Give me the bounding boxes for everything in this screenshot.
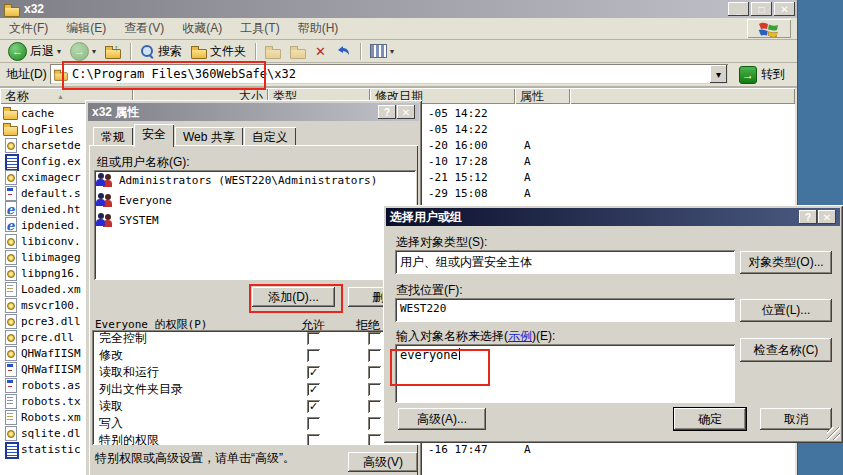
menu-edit[interactable]: 编辑(E): [57, 18, 115, 39]
users-icon: [96, 173, 114, 187]
undo-button[interactable]: [332, 43, 354, 59]
file-name[interactable]: libpng16.: [21, 267, 81, 280]
views-button[interactable]: ▾: [367, 43, 397, 59]
deny-checkbox[interactable]: [368, 383, 381, 396]
deny-checkbox[interactable]: [368, 434, 381, 445]
ok-button[interactable]: 确定: [674, 408, 746, 430]
address-input[interactable]: C:\Program Files\360WebSafe\x32 ▾: [50, 64, 728, 84]
object-names-value[interactable]: everyone: [400, 348, 458, 362]
menu-view[interactable]: 查看(V): [115, 18, 173, 39]
toolbar-separator: [360, 43, 361, 60]
menu-tools[interactable]: 工具(T): [231, 18, 288, 39]
text-caret: [459, 348, 460, 360]
close-button[interactable]: ✕: [774, 2, 795, 16]
examples-link[interactable]: 示例: [508, 329, 532, 343]
column-header-attr[interactable]: 属性: [515, 88, 570, 104]
group-user-name: Everyone: [119, 194, 172, 207]
advanced-button[interactable]: 高级(A)...: [398, 408, 486, 430]
address-dropdown-button[interactable]: ▾: [710, 65, 727, 83]
file-name[interactable]: charsetde: [21, 139, 81, 152]
deny-checkbox[interactable]: [368, 332, 381, 345]
file-name[interactable]: libimageg: [21, 251, 81, 264]
copy-to-button[interactable]: [287, 44, 309, 59]
group-user-item[interactable]: Administrators (WEST220\Administrators): [94, 170, 416, 190]
help-button[interactable]: ?: [378, 105, 396, 119]
search-button[interactable]: 搜索: [137, 42, 185, 61]
allow-checkbox[interactable]: ✓: [307, 383, 320, 396]
resize-grip-icon[interactable]: [827, 427, 840, 440]
file-name[interactable]: LogFiles: [21, 123, 74, 136]
dll-file-icon: [3, 298, 18, 312]
minimize-button[interactable]: _: [728, 2, 749, 16]
file-name[interactable]: Robots.xm: [21, 411, 81, 424]
delete-button[interactable]: ✕: [312, 44, 329, 59]
menu-help[interactable]: 帮助(H): [289, 18, 348, 39]
file-name[interactable]: ipdenied.: [21, 219, 81, 232]
tab-general[interactable]: 常规: [93, 127, 133, 146]
config-file-icon: [3, 154, 18, 168]
locations-button[interactable]: 位置(L)...: [740, 299, 832, 322]
address-label: 地址(D): [6, 66, 47, 83]
add-button[interactable]: 添加(D)...: [252, 287, 335, 307]
back-dropdown-icon[interactable]: ▾: [57, 47, 61, 56]
go-button[interactable]: → 转到: [737, 65, 795, 84]
allow-checkbox[interactable]: [307, 349, 320, 362]
advanced-button[interactable]: 高级(V): [348, 452, 418, 472]
deny-checkbox[interactable]: [368, 417, 381, 430]
file-name[interactable]: robots.tx: [21, 395, 81, 408]
group-user-item[interactable]: SYSTEM: [94, 210, 416, 230]
forward-button[interactable]: → ▾: [67, 41, 99, 62]
file-name[interactable]: cache: [21, 107, 54, 120]
close-button[interactable]: ✕: [818, 210, 836, 224]
allow-checkbox[interactable]: ✓: [307, 400, 320, 413]
file-name[interactable]: QHWafIISM: [21, 363, 81, 376]
deny-checkbox[interactable]: [368, 366, 381, 379]
deny-checkbox[interactable]: [368, 400, 381, 413]
cancel-button[interactable]: 取消: [760, 408, 832, 430]
window-titlebar: x32 _ □ ✕: [0, 0, 797, 18]
file-name[interactable]: pcre3.dll: [21, 315, 81, 328]
permissions-list[interactable]: 完全控制修改读取和运行✓列出文件夹目录✓读取✓写入特别的权限: [92, 330, 420, 445]
menu-favorites[interactable]: 收藏(A): [173, 18, 231, 39]
allow-checkbox[interactable]: [307, 332, 320, 345]
folders-button[interactable]: 文件夹: [188, 42, 249, 61]
tab-customize[interactable]: 自定义: [244, 127, 296, 146]
file-modified-date: -10 17:28: [428, 155, 488, 168]
toolbar-separator: [130, 43, 131, 60]
file-name[interactable]: Config.ex: [21, 155, 81, 168]
file-name[interactable]: robots.as: [21, 379, 81, 392]
maximize-button[interactable]: □: [751, 2, 772, 16]
forward-dropdown-icon[interactable]: ▾: [92, 47, 96, 56]
allow-checkbox[interactable]: ✓: [307, 366, 320, 379]
check-names-button[interactable]: 检查名称(C): [740, 338, 832, 362]
file-modified-date: -16 17:47: [428, 443, 488, 456]
allow-checkbox[interactable]: [307, 434, 320, 445]
deny-checkbox[interactable]: [368, 349, 381, 362]
file-name[interactable]: msvcr100.: [21, 299, 81, 312]
file-name[interactable]: pcre.dll: [21, 331, 74, 344]
up-button[interactable]: ↑: [102, 44, 124, 59]
tab-security[interactable]: 安全: [134, 124, 174, 147]
allow-checkbox[interactable]: [307, 417, 320, 430]
tab-web-sharing[interactable]: Web 共享: [175, 127, 243, 146]
properties-tabs: 常规 安全 Web 共享 自定义: [93, 127, 297, 146]
file-name[interactable]: cximagecr: [21, 171, 81, 184]
file-name[interactable]: sqlite.dl: [21, 427, 81, 440]
file-name[interactable]: statistic: [21, 443, 81, 456]
object-types-button[interactable]: 对象类型(O)...: [740, 251, 832, 274]
address-path[interactable]: C:\Program Files\360WebSafe\x32: [72, 67, 296, 81]
group-user-list[interactable]: Administrators (WEST220\Administrators)E…: [94, 170, 416, 280]
back-button[interactable]: ← 后退 ▾: [5, 41, 64, 62]
file-name[interactable]: libiconv.: [21, 235, 81, 248]
close-button[interactable]: ✕: [397, 105, 415, 119]
file-name[interactable]: Loaded.xm: [21, 283, 81, 296]
help-button[interactable]: ?: [799, 210, 817, 224]
menu-file[interactable]: 文件(F): [0, 18, 57, 39]
file-name[interactable]: default.s: [21, 187, 81, 200]
file-name[interactable]: QHWafIISM: [21, 347, 81, 360]
object-names-input[interactable]: everyone: [395, 344, 735, 403]
views-dropdown-icon[interactable]: ▾: [390, 47, 394, 56]
file-name[interactable]: denied.ht: [21, 203, 81, 216]
move-to-button[interactable]: [262, 44, 284, 59]
group-user-item[interactable]: Everyone: [94, 190, 416, 210]
